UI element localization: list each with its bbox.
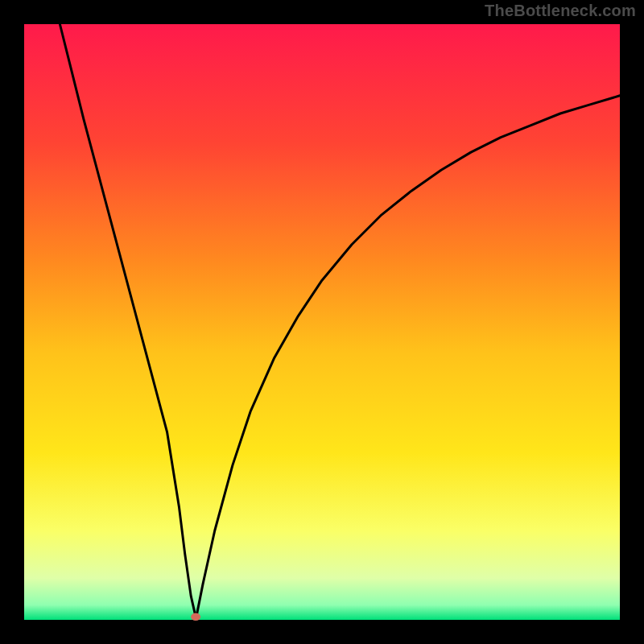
- minimum-marker: [191, 613, 200, 621]
- chart-container: TheBottleneck.com: [0, 0, 644, 644]
- bottleneck-chart: [0, 0, 644, 644]
- plot-background: [24, 24, 620, 620]
